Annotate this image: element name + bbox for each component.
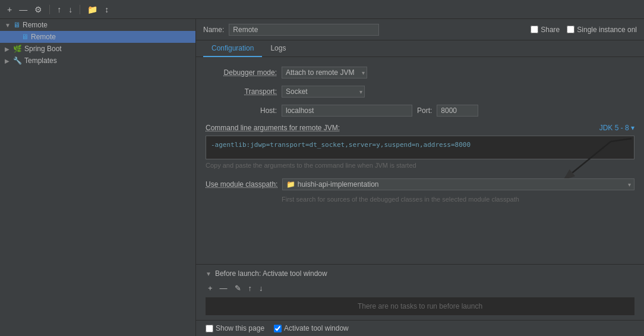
bl-down-button[interactable]: ↓ (257, 282, 266, 294)
activate-tool-check-label[interactable]: Activate tool window (274, 324, 349, 332)
cmd-args-label: Command line arguments for remote JVM: (206, 124, 340, 132)
before-launch-title: Before launch: Activate tool window (215, 269, 327, 278)
name-label: Name: (203, 26, 224, 34)
host-label: Host: (206, 106, 277, 115)
share-checkbox[interactable] (531, 26, 538, 33)
cmd-box: -agentlib:jdwp=transport=dt_socket,serve… (206, 136, 634, 159)
share-label: Share (541, 26, 560, 34)
cmd-hint: Copy and paste the arguments to the comm… (206, 159, 634, 171)
remote-child-icon: 🖥 (21, 33, 29, 41)
tab-logs[interactable]: Logs (262, 40, 294, 57)
before-launch-toolbar: + — ✎ ↑ ↓ (196, 282, 644, 297)
templates-icon: 🔧 (13, 56, 22, 65)
module-row: Use module classpath: 📁 huishi-api-imple… (206, 178, 634, 190)
remove-button[interactable]: — (17, 4, 30, 15)
tab-configuration[interactable]: Configuration (203, 40, 262, 57)
module-select-wrapper: 📁 huishi-api-implementation (282, 178, 634, 190)
copy-button[interactable]: 📁 (85, 4, 100, 15)
transport-row: Transport: Socket Shared Memory (206, 86, 634, 98)
transport-select[interactable]: Socket Shared Memory (282, 86, 365, 98)
toolbar-separator-1 (49, 5, 50, 14)
tab-bar: Configuration Logs (196, 40, 644, 57)
share-area: Share Single instance onl (531, 26, 637, 34)
cmd-value: -agentlib:jdwp=transport=dt_socket,serve… (211, 141, 471, 149)
bl-remove-button[interactable]: — (217, 282, 230, 294)
single-instance-checkbox[interactable] (567, 26, 574, 33)
jdk-link[interactable]: JDK 5 - 8 ▾ (599, 124, 634, 132)
main-toolbar: + — ⚙ ↑ ↓ 📁 ↕ (0, 0, 644, 19)
tree-label-remote-root: Remote (23, 21, 48, 29)
debugger-mode-label: Debugger mode: (206, 68, 277, 77)
name-bar: Name: Share Single instance onl (196, 19, 644, 40)
module-hint: First search for sources of the debugged… (206, 193, 634, 206)
host-input[interactable] (282, 105, 412, 117)
host-port-row: Host: Port: (206, 105, 634, 117)
debugger-mode-select-wrapper: Attach to remote JVM Listen to remote JV… (282, 67, 367, 78)
show-page-label: Show this page (216, 324, 264, 332)
expand-arrow-remote: ▼ (5, 22, 13, 29)
spring-icon: 🌿 (13, 45, 22, 53)
right-panel: Name: Share Single instance onl Configur… (196, 19, 644, 336)
before-launch-section: ▼ Before launch: Activate tool window + … (196, 264, 644, 320)
show-page-checkbox[interactable] (206, 325, 213, 332)
cmd-section: Command line arguments for remote JVM: J… (206, 124, 634, 171)
cmd-annotation-wrapper: -agentlib:jdwp=transport=dt_socket,serve… (206, 136, 634, 159)
tree-label-spring-boot: Spring Boot (24, 45, 62, 53)
cmd-header: Command line arguments for remote JVM: J… (206, 124, 634, 132)
bl-add-button[interactable]: + (206, 282, 215, 294)
expand-arrow-spring: ▶ (5, 46, 13, 52)
config-area: Debugger mode: Attach to remote JVM List… (196, 57, 644, 264)
add-button[interactable]: + (5, 4, 14, 15)
move-down-button[interactable]: ↓ (66, 4, 75, 15)
main-layout: ▼ 🖥 Remote 🖥 Remote ▶ 🌿 Spring Boot ▶ 🔧 … (0, 19, 644, 336)
activate-tool-checkbox[interactable] (274, 325, 282, 332)
activate-tool-label: Activate tool window (284, 324, 349, 332)
before-launch-toggle-icon: ▼ (206, 271, 211, 277)
single-instance-checkbox-label[interactable]: Single instance onl (567, 26, 637, 34)
tree-label-remote-child: Remote (31, 33, 56, 41)
tree-item-templates[interactable]: ▶ 🔧 Templates (0, 55, 195, 67)
transport-label: Transport: (206, 87, 277, 96)
show-page-check-label[interactable]: Show this page (206, 324, 264, 332)
share-checkbox-label[interactable]: Share (531, 26, 560, 34)
single-instance-label: Single instance onl (577, 26, 637, 34)
settings-button[interactable]: ⚙ (32, 4, 45, 15)
transport-select-wrapper: Socket Shared Memory (282, 86, 365, 98)
move-up-button[interactable]: ↑ (55, 4, 64, 15)
tree-item-remote-root[interactable]: ▼ 🖥 Remote (0, 19, 195, 31)
bl-edit-button[interactable]: ✎ (232, 282, 244, 294)
bl-up-button[interactable]: ↑ (246, 282, 255, 294)
tree-label-templates: Templates (24, 56, 57, 65)
before-launch-header[interactable]: ▼ Before launch: Activate tool window (196, 265, 644, 282)
name-input[interactable] (229, 24, 379, 36)
debugger-mode-row: Debugger mode: Attach to remote JVM List… (206, 67, 634, 78)
toolbar-separator-2 (80, 5, 80, 14)
expand-arrow-templates: ▶ (5, 58, 13, 64)
tree-item-remote-child[interactable]: 🖥 Remote (0, 31, 195, 43)
module-select[interactable]: 📁 huishi-api-implementation (282, 178, 634, 190)
sort-button[interactable]: ↕ (102, 4, 111, 15)
before-launch-empty: There are no tasks to run before launch (206, 297, 634, 315)
bottom-bar: Show this page Activate tool window (196, 320, 644, 336)
module-label: Use module classpath: (206, 180, 277, 189)
port-label: Port: (417, 106, 432, 115)
left-panel: ▼ 🖥 Remote 🖥 Remote ▶ 🌿 Spring Boot ▶ 🔧 … (0, 19, 196, 336)
tree-item-spring-boot[interactable]: ▶ 🌿 Spring Boot (0, 43, 195, 55)
remote-root-icon: 🖥 (13, 21, 20, 29)
port-input[interactable] (437, 105, 478, 117)
debugger-mode-select[interactable]: Attach to remote JVM Listen to remote JV… (282, 67, 367, 78)
